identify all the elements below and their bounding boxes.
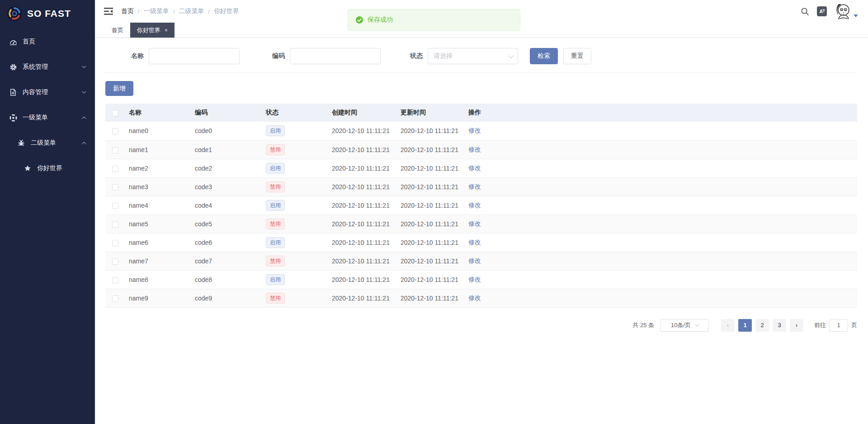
cell-created: 2020-12-10 11:11:21: [328, 252, 397, 270]
sidebar-item-label: 首页: [23, 38, 35, 46]
tab-label: 首页: [112, 26, 123, 34]
row-checkbox[interactable]: [112, 184, 118, 191]
cell-name: name0: [125, 122, 191, 140]
page-button-1[interactable]: 1: [738, 319, 752, 332]
edit-link[interactable]: 修改: [468, 257, 481, 264]
chevron-down-icon: [695, 322, 699, 326]
table-row-7: name7code7禁用2020-12-10 11:11:212020-12-1…: [105, 252, 857, 270]
status-badge: 禁用: [266, 144, 285, 155]
code-input[interactable]: [290, 48, 381, 64]
cell-code: code7: [191, 252, 262, 270]
table-row-2: name2code2启用2020-12-10 11:11:212020-12-1…: [105, 159, 857, 177]
row-checkbox[interactable]: [112, 221, 118, 228]
cell-updated: 2020-12-10 11:11:21: [397, 140, 465, 159]
table-row-9: name9code9禁用2020-12-10 11:11:212020-12-1…: [105, 289, 857, 307]
col-name: 名称: [125, 104, 191, 122]
status-badge: 禁用: [266, 219, 285, 229]
breadcrumb-item-3[interactable]: 你好世界: [214, 7, 239, 15]
breadcrumb-separator: /: [173, 8, 175, 15]
row-checkbox[interactable]: [112, 277, 118, 283]
prev-page-button[interactable]: ‹: [721, 319, 735, 332]
cell-name: name5: [125, 214, 191, 233]
row-checkbox[interactable]: [112, 203, 118, 209]
collapse-sidebar-icon[interactable]: [104, 7, 113, 15]
gear-icon: [9, 63, 17, 71]
edit-link[interactable]: 修改: [468, 201, 481, 209]
cell-created: 2020-12-10 11:11:21: [328, 196, 397, 214]
success-toast: 保存成功: [348, 9, 520, 31]
logo-swirl-icon: [6, 5, 23, 22]
goto-page-suffix: 页: [851, 321, 857, 329]
table-row-8: name8code8启用2020-12-10 11:11:212020-12-1…: [105, 270, 857, 289]
goto-page-input[interactable]: [829, 319, 848, 332]
edit-link[interactable]: 修改: [468, 294, 481, 301]
breadcrumb-item-0[interactable]: 首页: [121, 7, 134, 15]
select-all-checkbox[interactable]: [112, 110, 118, 116]
dashboard-icon: [9, 38, 17, 46]
row-checkbox[interactable]: [112, 166, 118, 172]
col-actions: 操作: [465, 104, 857, 122]
breadcrumb-item-1[interactable]: 一级菜单: [144, 7, 169, 15]
pagination: 共 25 条 10条/页 ‹ 123 › 前往 页: [105, 319, 857, 332]
edit-link[interactable]: 修改: [468, 127, 481, 134]
cell-name: name1: [125, 140, 191, 159]
search-button[interactable]: 检索: [530, 48, 558, 64]
logo-text: SO FAST: [27, 8, 71, 19]
cell-updated: 2020-12-10 11:11:21: [397, 122, 465, 140]
cell-created: 2020-12-10 11:11:21: [328, 233, 397, 252]
row-checkbox[interactable]: [112, 128, 118, 134]
cell-created: 2020-12-10 11:11:21: [328, 214, 397, 233]
next-page-button[interactable]: ›: [790, 319, 803, 332]
cell-updated: 2020-12-10 11:11:21: [397, 177, 465, 196]
sidebar-item-0[interactable]: 首页: [0, 29, 95, 54]
page-size-select[interactable]: 10条/页: [660, 319, 708, 332]
edit-link[interactable]: 修改: [468, 276, 481, 283]
add-button[interactable]: 新增: [105, 81, 133, 96]
tab-close-icon[interactable]: ×: [165, 28, 168, 33]
cell-updated: 2020-12-10 11:11:21: [397, 233, 465, 252]
status-placeholder: 请选择: [434, 52, 453, 60]
status-badge: 启用: [266, 163, 285, 174]
page-button-2[interactable]: 2: [755, 319, 769, 332]
tab-1[interactable]: 你好世界×: [130, 23, 175, 38]
col-code: 编码: [191, 104, 262, 122]
caret-down-icon: [854, 14, 858, 17]
name-input[interactable]: [149, 48, 240, 64]
user-menu[interactable]: [834, 3, 858, 20]
edit-link[interactable]: 修改: [468, 146, 481, 153]
page-button-3[interactable]: 3: [773, 319, 786, 332]
sidebar-item-4[interactable]: 二级菜单: [0, 130, 95, 156]
cell-code: code3: [191, 177, 262, 196]
cell-name: name2: [125, 159, 191, 177]
row-checkbox[interactable]: [112, 295, 118, 302]
cell-updated: 2020-12-10 11:11:21: [397, 196, 465, 214]
edit-link[interactable]: 修改: [468, 183, 481, 190]
cell-name: name7: [125, 252, 191, 270]
cell-updated: 2020-12-10 11:11:21: [397, 289, 465, 307]
table-row-3: name3code3禁用2020-12-10 11:11:212020-12-1…: [105, 177, 857, 196]
sidebar-item-2[interactable]: 内容管理: [0, 80, 95, 105]
col-updated: 更新时间: [397, 104, 465, 122]
sidebar-item-3[interactable]: 一级菜单: [0, 105, 95, 130]
status-badge: 禁用: [266, 256, 285, 267]
language-icon[interactable]: A: [817, 6, 827, 16]
edit-link[interactable]: 修改: [468, 164, 481, 172]
row-checkbox[interactable]: [112, 240, 118, 246]
data-table: 名称 编码 状态 创建时间 更新时间 操作 name0code0启用2020-1…: [105, 104, 857, 308]
tab-label: 你好世界: [137, 26, 160, 34]
row-checkbox[interactable]: [112, 258, 118, 265]
search-icon[interactable]: [800, 6, 810, 16]
cell-code: code6: [191, 233, 262, 252]
edit-link[interactable]: 修改: [468, 238, 481, 246]
table-toolbar: 新增: [105, 81, 857, 96]
edit-link[interactable]: 修改: [468, 220, 481, 227]
reset-button[interactable]: 重置: [563, 48, 591, 64]
sidebar-item-1[interactable]: 系统管理: [0, 54, 95, 80]
breadcrumb-separator: /: [138, 8, 140, 15]
status-select[interactable]: 请选择: [428, 48, 518, 64]
sidebar-item-5[interactable]: 你好世界: [0, 156, 95, 181]
breadcrumb-item-2[interactable]: 二级菜单: [179, 7, 204, 15]
avatar: [834, 3, 851, 20]
row-checkbox[interactable]: [112, 147, 118, 153]
tab-0[interactable]: 首页: [105, 23, 130, 38]
